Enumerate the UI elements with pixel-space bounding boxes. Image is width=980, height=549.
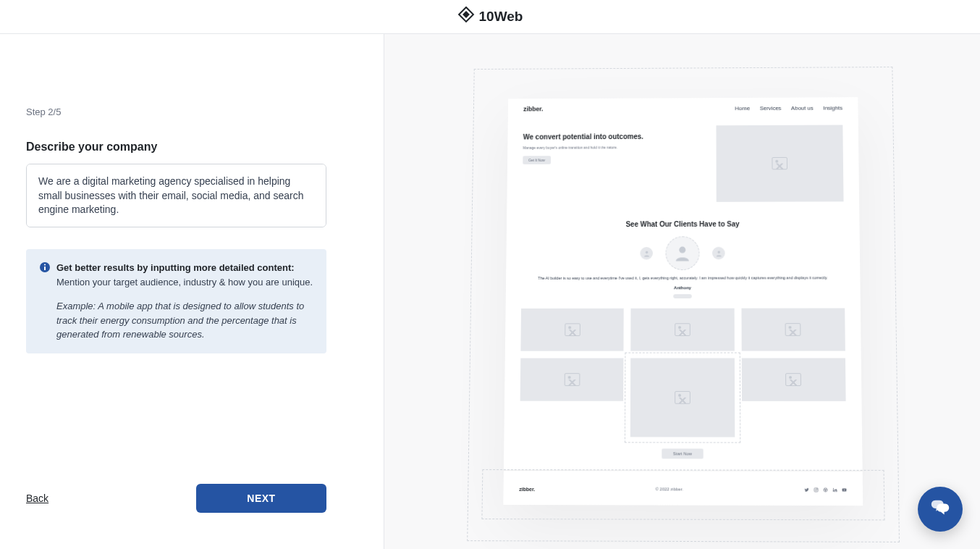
mockup-pill bbox=[673, 294, 691, 298]
app-header: 10Web bbox=[0, 0, 980, 34]
svg-point-5 bbox=[645, 251, 648, 253]
chat-icon bbox=[929, 497, 951, 521]
mockup-nav-item: Home bbox=[735, 105, 750, 112]
svg-point-13 bbox=[832, 488, 833, 489]
image-icon bbox=[772, 157, 787, 169]
mockup-nav-item: About us bbox=[790, 105, 813, 112]
svg-rect-12 bbox=[832, 489, 833, 492]
mockup-grid bbox=[504, 308, 862, 437]
svg-point-7 bbox=[717, 251, 720, 253]
mockup-copyright: © 2022 zibber. bbox=[655, 487, 683, 492]
svg-rect-1 bbox=[462, 11, 470, 18]
mockup-card bbox=[520, 358, 623, 401]
mockup-footer-brand: zibber. bbox=[519, 487, 535, 492]
dribbble-icon bbox=[823, 487, 828, 493]
mockup-clients-title: See What Our Clients Have to Say bbox=[506, 220, 859, 229]
image-icon bbox=[675, 391, 690, 404]
mockup-testimonial: The AI builder is so easy to use and eve… bbox=[506, 270, 860, 282]
mockup-nav-item: Insights bbox=[823, 104, 842, 111]
mockup-card bbox=[630, 358, 735, 437]
tip-subtitle: Mention your target audience, industry &… bbox=[56, 277, 313, 288]
mockup-hero-cta: Get It Now bbox=[523, 156, 550, 164]
mockup-card bbox=[630, 308, 734, 351]
brand-name: 10Web bbox=[479, 9, 523, 25]
mockup-card bbox=[520, 309, 624, 351]
next-button[interactable]: NEXT bbox=[196, 484, 326, 513]
mockup-avatars bbox=[506, 236, 860, 271]
image-icon bbox=[785, 373, 801, 386]
back-button[interactable]: Back bbox=[26, 493, 48, 504]
brand-logo: 10Web bbox=[457, 7, 523, 27]
image-icon bbox=[564, 323, 580, 336]
avatar-icon bbox=[665, 236, 699, 270]
mockup-footer: zibber. © 2022 zibber. bbox=[503, 470, 863, 506]
tip-example: Example: A mobile app that is designed t… bbox=[39, 299, 313, 342]
mockup-hero-image bbox=[716, 125, 843, 202]
image-icon bbox=[564, 373, 580, 386]
company-description-input[interactable] bbox=[26, 164, 326, 227]
preview-panel: zibber. Home Services About us Insights … bbox=[384, 34, 980, 549]
action-bar: Back NEXT bbox=[26, 484, 326, 513]
mockup-card bbox=[741, 308, 845, 351]
step-indicator: Step 2/5 bbox=[26, 106, 355, 117]
mockup-start-cta: Start Now bbox=[662, 448, 704, 458]
mockup-hero-sub: Manage every buyer's online transition a… bbox=[523, 145, 702, 151]
mockup-nav-item: Services bbox=[759, 105, 781, 112]
mockup-author: Anthony bbox=[505, 285, 860, 290]
avatar-icon bbox=[712, 247, 725, 260]
image-icon bbox=[785, 323, 801, 336]
website-mockup: zibber. Home Services About us Insights … bbox=[503, 97, 863, 506]
form-panel: Step 2/5 Describe your company Get bette… bbox=[0, 34, 384, 549]
mockup-brand: zibber. bbox=[523, 106, 544, 113]
svg-point-9 bbox=[815, 489, 816, 490]
mockup-card bbox=[741, 358, 845, 401]
tip-title: Get better results by inputting more det… bbox=[56, 262, 295, 273]
svg-point-6 bbox=[679, 247, 685, 253]
logo-icon bbox=[457, 7, 475, 27]
avatar-icon bbox=[640, 247, 653, 260]
linkedin-icon bbox=[832, 487, 837, 493]
tip-box: Get better results by inputting more det… bbox=[26, 249, 326, 353]
svg-rect-3 bbox=[44, 267, 46, 270]
instagram-icon bbox=[814, 487, 819, 493]
mockup-nav-links: Home Services About us Insights bbox=[735, 104, 842, 111]
main-layout: Step 2/5 Describe your company Get bette… bbox=[0, 34, 980, 549]
info-icon bbox=[39, 261, 51, 273]
youtube-icon bbox=[841, 487, 846, 493]
svg-point-4 bbox=[44, 264, 46, 265]
mockup-hero-title: We convert potential into outcomes. bbox=[523, 133, 702, 141]
chat-widget-button[interactable] bbox=[918, 487, 963, 532]
twitter-icon bbox=[804, 487, 809, 493]
mockup-social-icons bbox=[804, 487, 847, 493]
image-icon bbox=[675, 323, 690, 336]
form-label: Describe your company bbox=[26, 141, 355, 154]
